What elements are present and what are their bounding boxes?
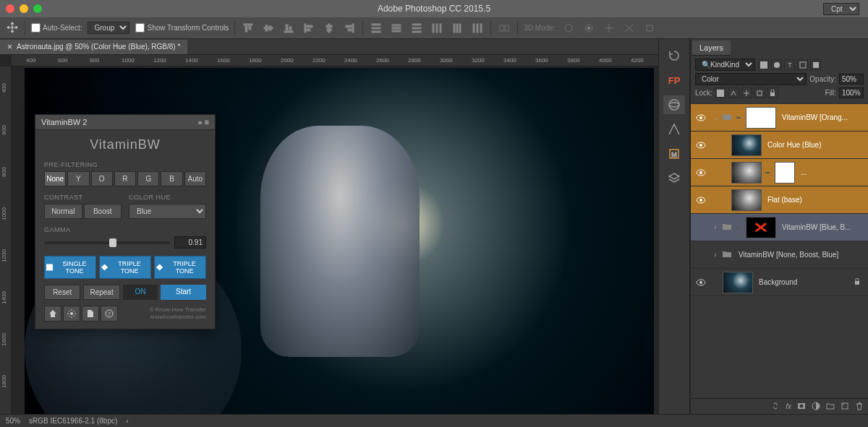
channels-icon[interactable] bbox=[663, 95, 685, 114]
toggle-button[interactable]: ON bbox=[123, 285, 158, 300]
workspace-select[interactable]: Cpt bbox=[823, 3, 859, 15]
layer-row[interactable]: › VitaminBW [Blue, B... bbox=[691, 214, 868, 241]
align-bottom-icon[interactable] bbox=[281, 21, 296, 35]
lock-all-icon[interactable] bbox=[767, 87, 778, 98]
color-profile[interactable]: sRGB IEC61966-2.1 (8bpc) bbox=[29, 417, 117, 425]
smart-filter-icon[interactable] bbox=[810, 59, 821, 70]
ruler-vertical[interactable]: 40060080010001200140016001800 bbox=[0, 66, 12, 414]
align-vcenter-icon[interactable] bbox=[261, 21, 276, 35]
lock-artboard-icon[interactable] bbox=[754, 87, 765, 98]
contrast-normal[interactable]: Normal bbox=[44, 204, 82, 219]
filter-y[interactable]: Y bbox=[67, 171, 89, 186]
trash-icon[interactable] bbox=[855, 402, 864, 412]
close-icon[interactable]: × bbox=[7, 42, 12, 52]
type-filter-icon[interactable]: T bbox=[784, 59, 795, 70]
mask-icon[interactable] bbox=[797, 402, 806, 412]
adjust-filter-icon[interactable] bbox=[771, 59, 782, 70]
layer-row[interactable]: Flat (base) bbox=[691, 186, 868, 214]
layer-name[interactable]: Background bbox=[756, 278, 851, 286]
close-window[interactable] bbox=[6, 4, 14, 13]
layer-row[interactable]: › VitaminBW [None, Boost, Blue] bbox=[691, 241, 868, 269]
ruler-horizontal[interactable]: 4006008001000120014001600180020002200240… bbox=[12, 55, 658, 66]
panel-header[interactable]: VitaminBW 2 » ≡ bbox=[35, 115, 215, 130]
layer-row[interactable]: Color Hue (Blue) bbox=[691, 131, 868, 159]
new-layer-icon[interactable] bbox=[841, 402, 849, 412]
align-right-icon[interactable] bbox=[342, 21, 357, 35]
lock-pixel-icon[interactable] bbox=[728, 87, 739, 98]
visibility-icon[interactable] bbox=[694, 168, 708, 178]
gamma-value[interactable] bbox=[174, 236, 206, 249]
visibility-icon[interactable] bbox=[694, 140, 708, 150]
layer-name[interactable]: Color Hue (Blue) bbox=[765, 141, 865, 149]
fx-icon[interactable]: fx bbox=[786, 402, 791, 410]
adjustment-icon[interactable] bbox=[812, 402, 820, 412]
zoom-level[interactable]: 50% bbox=[6, 417, 20, 425]
panel-collapse-icon[interactable]: » ≡ bbox=[197, 118, 209, 126]
document-icon[interactable] bbox=[82, 306, 99, 322]
show-transform-check[interactable]: Show Transform Controls bbox=[135, 23, 229, 33]
3d-roll-icon[interactable] bbox=[582, 21, 596, 35]
layer-name[interactable]: VitaminBW [Orang... bbox=[779, 113, 865, 121]
auto-align-icon[interactable] bbox=[497, 21, 511, 35]
document-tab[interactable]: × Astronauta.jpg @ 50% (Color Hue (Blue)… bbox=[0, 40, 187, 54]
triple-tone-button-2[interactable]: TRIPLE TONE bbox=[154, 256, 206, 279]
zoom-window[interactable] bbox=[33, 4, 42, 13]
layer-name[interactable]: VitaminBW [Blue, B... bbox=[779, 223, 865, 231]
layer-row[interactable]: Background bbox=[691, 269, 868, 296]
help-icon[interactable]: ? bbox=[101, 306, 118, 322]
contrast-boost[interactable]: Boost bbox=[84, 204, 122, 219]
gamma-slider[interactable] bbox=[44, 241, 170, 244]
triple-tone-button[interactable]: TRIPLE TONE bbox=[99, 256, 151, 279]
3d-scale-icon[interactable] bbox=[642, 21, 657, 35]
pixel-filter-icon[interactable] bbox=[758, 59, 769, 70]
filter-b[interactable]: B bbox=[161, 171, 182, 186]
link-layers-icon[interactable] bbox=[771, 402, 780, 412]
filter-none[interactable]: None bbox=[44, 171, 66, 186]
minimize-window[interactable] bbox=[20, 4, 28, 13]
align-left-icon[interactable] bbox=[302, 21, 316, 35]
move-tool-icon[interactable] bbox=[6, 21, 19, 35]
shape-filter-icon[interactable] bbox=[797, 59, 808, 70]
filter-auto[interactable]: Auto bbox=[184, 171, 206, 186]
align-top-icon[interactable] bbox=[241, 21, 255, 35]
layers-icon[interactable] bbox=[663, 169, 685, 188]
fill-value[interactable] bbox=[839, 87, 864, 98]
3d-slide-icon[interactable] bbox=[622, 21, 637, 35]
kind-filter[interactable]: 🔍KindKind bbox=[695, 59, 755, 71]
history-icon[interactable] bbox=[663, 46, 685, 65]
layer-name[interactable]: Flat (base) bbox=[765, 196, 865, 204]
layer-name[interactable]: VitaminBW [None, Boost, Blue] bbox=[736, 251, 865, 259]
layer-row[interactable]: ... bbox=[691, 159, 868, 186]
auto-select-target[interactable]: Group bbox=[88, 22, 129, 34]
lock-trans-icon[interactable] bbox=[715, 87, 726, 98]
start-button[interactable]: Start bbox=[161, 285, 206, 300]
layer-row[interactable]: ⌄ VitaminBW [Orang... bbox=[691, 104, 868, 131]
align-hcenter-icon[interactable] bbox=[322, 21, 336, 35]
visibility-icon[interactable] bbox=[694, 113, 708, 123]
disclosure-icon[interactable]: › bbox=[711, 251, 720, 259]
opacity-value[interactable] bbox=[839, 74, 864, 85]
filter-o[interactable]: O bbox=[91, 171, 113, 186]
visibility-icon[interactable] bbox=[694, 195, 708, 205]
gear-icon[interactable] bbox=[63, 306, 80, 322]
colorhue-select[interactable]: Blue bbox=[129, 204, 206, 219]
distribute-bottom-icon[interactable] bbox=[409, 21, 424, 35]
distribute-hcenter-icon[interactable] bbox=[450, 21, 464, 35]
layer-name[interactable]: ... bbox=[798, 168, 865, 176]
filter-g[interactable]: G bbox=[137, 171, 159, 186]
3d-rotate-icon[interactable] bbox=[561, 21, 576, 35]
auto-select-check[interactable]: Auto-Select: bbox=[31, 23, 82, 33]
layers-tab[interactable]: Layers bbox=[692, 40, 731, 56]
window-controls[interactable] bbox=[6, 4, 42, 13]
home-icon[interactable] bbox=[44, 306, 61, 322]
visibility-icon[interactable] bbox=[694, 277, 708, 288]
filter-r[interactable]: R bbox=[114, 171, 136, 186]
metadata-icon[interactable]: M bbox=[663, 145, 685, 163]
distribute-left-icon[interactable] bbox=[430, 21, 444, 35]
distribute-right-icon[interactable] bbox=[470, 21, 485, 35]
paths-icon[interactable] bbox=[663, 120, 685, 139]
3d-drag-icon[interactable] bbox=[602, 21, 616, 35]
disclosure-icon[interactable]: ⌄ bbox=[711, 113, 720, 121]
vitaminbw-panel[interactable]: VitaminBW 2 » ≡ VitaminBW PRE-FILTERING … bbox=[35, 114, 216, 329]
single-tone-button[interactable]: SINGLE TONE bbox=[44, 256, 96, 279]
